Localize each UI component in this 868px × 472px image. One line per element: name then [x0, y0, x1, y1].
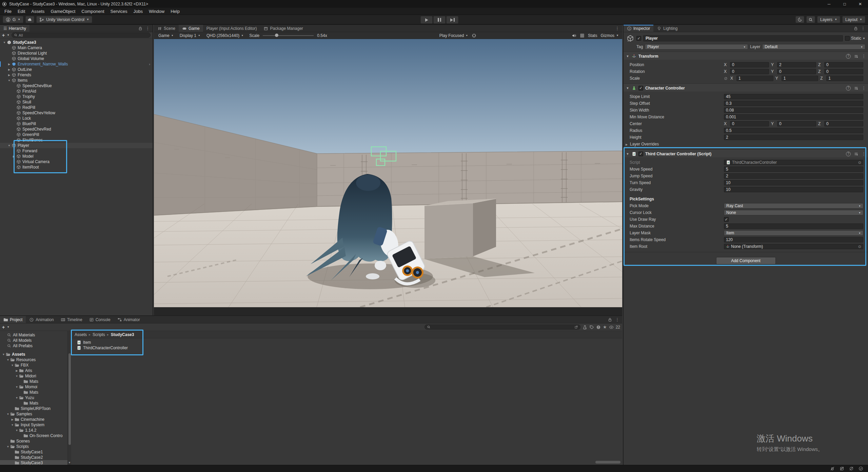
project-folder-samples[interactable]: ▼Samples: [0, 411, 67, 417]
favorite-all-prefabs[interactable]: All Prefabs: [0, 343, 67, 349]
text-field[interactable]: 0.001: [724, 114, 863, 120]
lock-icon[interactable]: [853, 26, 858, 31]
kebab-menu-icon[interactable]: ⋮: [615, 317, 619, 322]
tab-animator[interactable]: Animator: [114, 316, 143, 323]
tab-game[interactable]: Game: [179, 25, 203, 32]
visibility-eye-icon[interactable]: [609, 325, 614, 330]
horizontal-scrollbar-thumb[interactable]: [595, 461, 620, 464]
expand-open-icon[interactable]: ▼: [6, 358, 10, 361]
project-folder-on-screen-contro[interactable]: On-Screen Contro: [0, 433, 67, 438]
expand-closed-icon[interactable]: ▶: [10, 418, 15, 421]
expand-open-icon[interactable]: ▼: [1, 353, 6, 356]
scale-slider-thumb[interactable]: [275, 34, 278, 37]
favorite-all-materials[interactable]: All Materials: [0, 332, 67, 338]
hierarchy-item-outline[interactable]: ▶OutLine: [0, 67, 153, 72]
open-search-window-icon[interactable]: [574, 325, 578, 329]
project-folder-studycase2[interactable]: StudyCase2: [0, 455, 67, 460]
hierarchy-item-bluepill[interactable]: BluePill: [0, 121, 153, 126]
tab-lighting[interactable]: Lighting: [653, 25, 681, 32]
chevron-down-icon[interactable]: ▼: [7, 34, 9, 37]
expand-open-icon[interactable]: ▼: [7, 144, 12, 147]
hierarchy-item-speedchevyellow[interactable]: SpeedChevYellow: [0, 110, 153, 116]
number-field[interactable]: 0: [824, 62, 863, 67]
scale-slider[interactable]: [263, 35, 314, 36]
activity-ok-icon[interactable]: [859, 466, 863, 471]
hierarchy-item-directional-light[interactable]: Directional Light: [0, 51, 153, 56]
stats-toggle[interactable]: Stats: [588, 33, 597, 38]
device-simulator-icon[interactable]: [472, 33, 476, 38]
tab-scene[interactable]: Scene: [154, 25, 179, 32]
number-field[interactable]: 1: [736, 76, 773, 81]
expand-open-icon[interactable]: ▼: [15, 375, 19, 378]
character-controller-header[interactable]: ▼ ✓ Character Controller ? ⋮: [624, 84, 868, 92]
kebab-menu-icon[interactable]: ⋮: [615, 26, 619, 31]
tab-project[interactable]: Project: [0, 316, 26, 323]
create-button[interactable]: +: [2, 33, 5, 38]
project-folder-1-14-2[interactable]: ▼1.14.2: [0, 428, 67, 433]
favorite-all-models[interactable]: All Models: [0, 338, 67, 343]
expand-open-icon[interactable]: ▼: [15, 386, 19, 389]
tab-inspector[interactable]: Inspector: [624, 25, 653, 32]
menu-help[interactable]: Help: [167, 8, 183, 15]
hierarchy-item-main-camera[interactable]: Main Camera: [0, 45, 153, 51]
project-folder-midori[interactable]: ▼Midori: [0, 373, 67, 379]
prefab-open-chevron-icon[interactable]: ›: [149, 62, 153, 66]
filter-by-label-icon[interactable]: [589, 325, 594, 330]
tab-hierarchy[interactable]: ☰ Hierarchy: [0, 25, 29, 32]
project-folder-yuzu[interactable]: ▼Yuzu: [0, 395, 67, 400]
kebab-menu-icon[interactable]: ⋮: [861, 26, 865, 31]
foldout-icon[interactable]: ▼: [626, 55, 630, 58]
gameobject-name-field[interactable]: Player: [643, 35, 843, 41]
expand-open-icon[interactable]: ▼: [10, 424, 15, 427]
kebab-menu-icon[interactable]: ⋮: [145, 26, 150, 31]
gizmos-dropdown[interactable]: Gizmos▼: [600, 33, 619, 38]
menu-services[interactable]: Services: [107, 8, 131, 15]
text-field[interactable]: 5: [724, 223, 863, 229]
project-tree-scrollbar[interactable]: ▼: [68, 331, 71, 465]
chevron-down-icon[interactable]: ▼: [863, 37, 865, 40]
hierarchy-search-input[interactable]: All: [12, 33, 151, 38]
text-field[interactable]: 0.5: [724, 128, 863, 133]
project-folder-simpleurptoon[interactable]: SimpleURPToon: [0, 406, 67, 411]
expand-closed-icon[interactable]: ▶: [7, 68, 12, 71]
tab-console[interactable]: Console: [86, 316, 114, 323]
hierarchy-item-speedchevblue[interactable]: SpeedChevBlue: [0, 83, 153, 88]
play-focused-dropdown[interactable]: Play Focused▼: [437, 33, 471, 38]
breadcrumb-item-assets[interactable]: Assets: [75, 332, 87, 337]
project-folder-aris[interactable]: ▶Aris: [0, 368, 67, 373]
menu-window[interactable]: Window: [146, 8, 167, 15]
project-folder-scenes[interactable]: Scenes: [0, 438, 67, 444]
project-folder-input-system[interactable]: ▼Input System: [0, 422, 67, 428]
hierarchy-item-redpill[interactable]: RedPill: [0, 105, 153, 110]
version-control-button[interactable]: Unity Version Control ▼: [36, 16, 92, 23]
breadcrumb-item-studycase3[interactable]: StudyCase3: [111, 332, 134, 337]
object-picker-icon[interactable]: ⊙: [858, 160, 861, 165]
number-field[interactable]: 0: [824, 69, 863, 74]
hierarchy-item-skull[interactable]: Skull: [0, 99, 153, 105]
expand-open-icon[interactable]: ▼: [15, 429, 19, 432]
text-field[interactable]: 5: [724, 166, 863, 172]
foldout-icon[interactable]: ▼: [626, 152, 630, 156]
expand-open-icon[interactable]: ▼: [15, 396, 19, 399]
help-icon[interactable]: ?: [846, 86, 851, 91]
expand-open-icon[interactable]: ▼: [10, 364, 15, 367]
presets-icon[interactable]: [854, 54, 859, 59]
pause-button[interactable]: [433, 16, 446, 24]
dropdown-pick-mode[interactable]: Ray Cast▼: [724, 203, 863, 209]
search-button[interactable]: [806, 16, 815, 23]
breadcrumb-item-scripts[interactable]: Scripts: [93, 332, 105, 337]
project-folder-resources[interactable]: ▼Resources: [0, 357, 67, 362]
hierarchy-item-model[interactable]: ▶Model: [0, 154, 153, 159]
presets-icon[interactable]: [854, 86, 859, 91]
hierarchy-item-global-volume[interactable]: Global Volume: [0, 56, 153, 61]
menu-assets[interactable]: Assets: [28, 8, 47, 15]
hierarchy-item-itemroot[interactable]: ItemRoot: [0, 164, 153, 170]
asset-file-item[interactable]: #Item: [71, 340, 622, 345]
filter-by-type-icon[interactable]: [583, 325, 587, 330]
project-folder-fbx[interactable]: ▼FBX: [0, 362, 67, 368]
third-character-controller-header[interactable]: ▼ # ✓ Third Character Controller (Script…: [624, 150, 868, 157]
undo-history-button[interactable]: [795, 16, 804, 23]
expand-closed-icon[interactable]: ▶: [12, 155, 16, 158]
tab-timeline[interactable]: Timeline: [57, 316, 86, 323]
tab-player-input-actions-editor-[interactable]: Player (Input Actions Editor): [203, 25, 260, 32]
